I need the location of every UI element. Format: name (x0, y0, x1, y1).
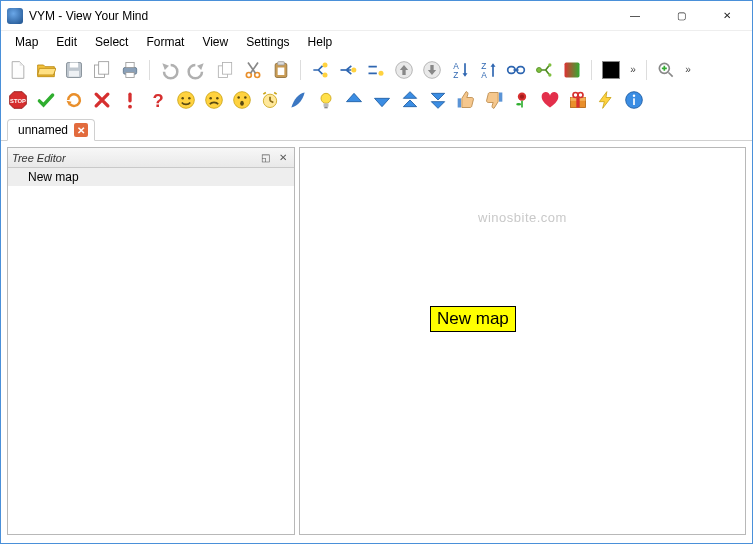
lightbulb-icon[interactable] (313, 87, 339, 113)
separator (149, 60, 150, 80)
svg-point-63 (633, 95, 636, 98)
menu-select[interactable]: Select (87, 33, 136, 51)
add-sibling-branch-icon[interactable] (363, 57, 389, 83)
add-child-branch-icon[interactable] (335, 57, 361, 83)
gradient-swatch-icon[interactable] (559, 57, 585, 83)
green-check-icon[interactable] (33, 87, 59, 113)
toolbar-row-2: STOP ? (5, 85, 748, 115)
svg-text:A: A (481, 70, 487, 80)
heart-icon[interactable] (537, 87, 563, 113)
thumbs-up-icon[interactable] (453, 87, 479, 113)
paste-icon[interactable] (268, 57, 294, 83)
svg-rect-51 (458, 98, 461, 107)
question-red-icon[interactable]: ? (145, 87, 171, 113)
tab-unnamed[interactable]: unnamed ✕ (7, 119, 95, 141)
svg-point-17 (351, 68, 356, 73)
sort-za-icon[interactable]: ZA (475, 57, 501, 83)
thumbs-down-icon[interactable] (481, 87, 507, 113)
menu-settings[interactable]: Settings (238, 33, 297, 51)
menu-view[interactable]: View (194, 33, 236, 51)
svg-point-44 (237, 96, 240, 99)
smiley-sad-icon[interactable] (201, 87, 227, 113)
link-icon[interactable] (503, 57, 529, 83)
alarm-clock-icon[interactable] (257, 87, 283, 113)
feather-icon[interactable] (285, 87, 311, 113)
svg-rect-7 (126, 73, 134, 78)
down-arrow-icon[interactable] (419, 57, 445, 83)
gift-icon[interactable] (565, 87, 591, 113)
menubar: Map Edit Select Format View Settings Hel… (1, 31, 752, 53)
copy-icon[interactable] (212, 57, 238, 83)
svg-rect-49 (324, 103, 329, 106)
tree-editor-header: Tree Editor ◱ ✕ (8, 148, 294, 168)
minimize-button[interactable]: — (612, 1, 658, 31)
open-file-icon[interactable] (33, 57, 59, 83)
copy-map-icon[interactable] (89, 57, 115, 83)
arrow-down-blue-icon[interactable] (369, 87, 395, 113)
svg-rect-34 (128, 93, 131, 103)
maximize-button[interactable]: ▢ (658, 1, 704, 31)
svg-point-54 (520, 95, 524, 99)
menu-edit[interactable]: Edit (48, 33, 85, 51)
svg-point-42 (216, 97, 219, 100)
info-icon[interactable] (621, 87, 647, 113)
tree-editor-title: Tree Editor (12, 152, 254, 164)
double-up-blue-icon[interactable] (397, 87, 423, 113)
svg-point-16 (323, 73, 328, 78)
rose-icon[interactable] (509, 87, 535, 113)
lightning-icon[interactable] (593, 87, 619, 113)
window-title: VYM - View Your Mind (29, 9, 612, 23)
zoom-in-icon[interactable] (653, 57, 679, 83)
svg-point-46 (240, 101, 244, 106)
save-icon[interactable] (61, 57, 87, 83)
exclamation-icon[interactable] (117, 87, 143, 113)
svg-point-48 (321, 93, 331, 103)
svg-point-40 (206, 92, 223, 109)
mindmap-canvas[interactable]: winosbite.com New map (300, 148, 745, 534)
root-node[interactable]: New map (430, 306, 516, 332)
window-controls: — ▢ ✕ (612, 1, 750, 31)
tab-close-icon[interactable]: ✕ (74, 123, 88, 137)
separator (646, 60, 647, 80)
close-panel-icon[interactable]: ✕ (276, 151, 290, 165)
toolbars: AZ ZA » » STOP ? (1, 53, 752, 115)
color-swatch-button[interactable] (598, 57, 624, 83)
toolbar-overflow-2[interactable]: » (681, 57, 695, 83)
tree-editor-panel: Tree Editor ◱ ✕ New map (7, 147, 295, 535)
arrow-up-blue-icon[interactable] (341, 87, 367, 113)
double-down-blue-icon[interactable] (425, 87, 451, 113)
sort-az-icon[interactable]: AZ (447, 57, 473, 83)
add-branch-star-icon[interactable] (307, 57, 333, 83)
redo-icon[interactable] (184, 57, 210, 83)
svg-text:STOP: STOP (10, 98, 26, 104)
watermark-text: winosbite.com (478, 210, 567, 225)
toolbar-overflow-1[interactable]: » (626, 57, 640, 83)
smiley-surprised-icon[interactable] (229, 87, 255, 113)
tree-item-root[interactable]: New map (8, 168, 294, 186)
menu-map[interactable]: Map (7, 33, 46, 51)
svg-rect-62 (633, 98, 635, 105)
close-button[interactable]: ✕ (704, 1, 750, 31)
menu-help[interactable]: Help (300, 33, 341, 51)
toolbar-row-1: AZ ZA » » (5, 55, 748, 85)
svg-point-27 (537, 68, 542, 73)
svg-rect-1 (70, 63, 78, 68)
red-x-icon[interactable] (89, 87, 115, 113)
svg-point-43 (234, 92, 251, 109)
undock-icon[interactable]: ◱ (258, 151, 272, 165)
subtree-icon[interactable] (531, 57, 557, 83)
stop-sign-icon[interactable]: STOP (5, 87, 31, 113)
canvas-panel: winosbite.com New map (299, 147, 746, 535)
new-file-icon[interactable] (5, 57, 31, 83)
menu-format[interactable]: Format (138, 33, 192, 51)
cut-icon[interactable] (240, 57, 266, 83)
tab-label: unnamed (18, 123, 68, 137)
svg-point-55 (516, 103, 521, 106)
smiley-happy-icon[interactable] (173, 87, 199, 113)
print-icon[interactable] (117, 57, 143, 83)
tree-body[interactable]: New map (8, 168, 294, 534)
svg-point-28 (548, 63, 551, 66)
undo-icon[interactable] (156, 57, 182, 83)
up-arrow-icon[interactable] (391, 57, 417, 83)
refresh-orange-icon[interactable] (61, 87, 87, 113)
